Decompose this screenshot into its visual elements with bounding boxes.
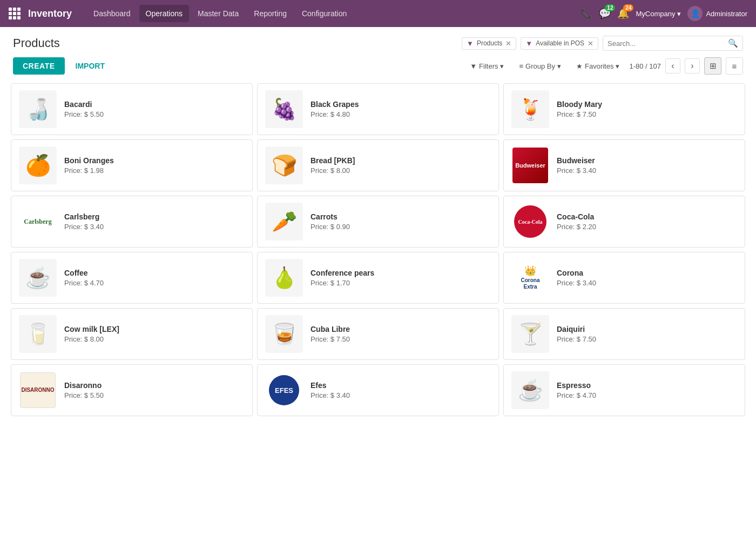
apps-grid-icon[interactable] xyxy=(9,8,21,19)
product-card[interactable]: 🍊 Boni Oranges Price: $ 1.98 xyxy=(11,139,253,191)
product-price: Price: $ 5.50 xyxy=(64,110,104,118)
product-info: Carlsberg Price: $ 3.40 xyxy=(64,212,104,231)
filter-funnel-icon: ▼ xyxy=(467,39,474,48)
product-image: 🍶 xyxy=(19,90,57,128)
product-name: Boni Oranges xyxy=(64,156,114,165)
favorites-chevron: ▾ xyxy=(616,62,619,70)
product-card[interactable]: 🥕 Carrots Price: $ 0.90 xyxy=(257,196,499,248)
activity-badge: 24 xyxy=(623,4,633,11)
product-price: Price: $ 2.20 xyxy=(557,223,596,231)
product-card[interactable]: 🍹 Bloody Mary Price: $ 7.50 xyxy=(503,83,745,135)
product-info: Carrots Price: $ 0.90 xyxy=(310,212,350,231)
nav-right: 📞 💬 12 🔔 24 MyCompany ▾ 👤 Administrator xyxy=(580,6,747,21)
user-menu[interactable]: 👤 Administrator xyxy=(687,6,747,21)
nav-reporting[interactable]: Reporting xyxy=(247,5,293,22)
group-by-button[interactable]: ≡ Group By ▾ xyxy=(514,59,566,74)
product-name: Disaronno xyxy=(64,381,104,390)
product-name: Daiquiri xyxy=(557,325,596,333)
nav-configuration[interactable]: Configuration xyxy=(295,5,353,22)
product-info: Boni Oranges Price: $ 1.98 xyxy=(64,156,114,175)
product-name: Coffee xyxy=(64,269,104,277)
pagination-info: 1-80 / 107 xyxy=(629,62,661,70)
product-name: Efes xyxy=(310,381,350,390)
product-card[interactable]: 👑CoronaExtra Corona Price: $ 3.40 xyxy=(503,252,745,304)
product-card[interactable]: 🍸 Daiquiri Price: $ 7.50 xyxy=(503,308,745,360)
product-name: Cow milk [LEX] xyxy=(64,325,119,333)
product-name: Carlsberg xyxy=(64,212,104,221)
product-image: ☕ xyxy=(511,371,549,409)
app-brand[interactable]: Inventory xyxy=(28,8,72,19)
group-by-icon: ≡ xyxy=(519,62,523,70)
product-price: Price: $ 1.70 xyxy=(310,279,374,287)
product-image: Budweiser xyxy=(511,146,549,184)
product-name: Conference pears xyxy=(310,269,374,277)
product-price: Price: $ 7.50 xyxy=(557,335,596,343)
prev-page-button[interactable]: ‹ xyxy=(665,58,680,74)
product-card[interactable]: Budweiser Budweiser Price: $ 3.40 xyxy=(503,139,745,191)
product-image: 🥛 xyxy=(19,315,57,353)
product-card[interactable]: 🥃 Cuba Libre Price: $ 7.50 xyxy=(257,308,499,360)
product-card[interactable]: Coca-Cola Coca-Cola Price: $ 2.20 xyxy=(503,196,745,248)
remove-products-filter[interactable]: ✕ xyxy=(505,39,511,48)
favorites-button[interactable]: ★ Favorites ▾ xyxy=(571,59,625,74)
product-card[interactable]: 🥛 Cow milk [LEX] Price: $ 8.00 xyxy=(11,308,253,360)
product-card[interactable]: 🍞 Bread [PKB] Price: $ 8.00 xyxy=(257,139,499,191)
product-image: 🍹 xyxy=(511,90,549,128)
product-card[interactable]: ☕ Coffee Price: $ 4.70 xyxy=(11,252,253,304)
product-card[interactable]: Carlsberg Carlsberg Price: $ 3.40 xyxy=(11,196,253,248)
search-input-wrap: 🔍 xyxy=(603,36,743,51)
messages-icon[interactable]: 💬 12 xyxy=(599,8,611,19)
toolbar: CREATE IMPORT ▼ Filters ▾ ≡ Group By ▾ ★… xyxy=(0,55,756,81)
product-info: Daiquiri Price: $ 7.50 xyxy=(557,325,596,343)
product-card[interactable]: 🍶 Bacardi Price: $ 5.50 xyxy=(11,83,253,135)
product-card[interactable]: 🍐 Conference pears Price: $ 1.70 xyxy=(257,252,499,304)
product-image: ☕ xyxy=(19,259,57,297)
product-card[interactable]: ☕ Espresso Price: $ 4.70 xyxy=(503,364,745,416)
product-name: Budweiser xyxy=(557,156,596,165)
product-card[interactable]: EFES Efes Price: $ 3.40 xyxy=(257,364,499,416)
import-button[interactable]: IMPORT xyxy=(69,57,111,75)
product-name: Bread [PKB] xyxy=(310,156,355,165)
product-image: 👑CoronaExtra xyxy=(511,259,549,297)
grid-view-button[interactable]: ⊞ xyxy=(704,57,721,75)
product-info: Cow milk [LEX] Price: $ 8.00 xyxy=(64,325,119,343)
top-navigation: Inventory Dashboard Operations Master Da… xyxy=(0,0,756,27)
company-selector[interactable]: MyCompany ▾ xyxy=(636,10,681,18)
filter-tag-products: ▼ Products ✕ xyxy=(462,37,516,50)
product-price: Price: $ 3.40 xyxy=(64,223,104,231)
messages-badge: 12 xyxy=(605,4,615,11)
product-info: Black Grapes Price: $ 4.80 xyxy=(310,100,359,118)
list-view-button[interactable]: ≡ xyxy=(726,57,743,75)
product-card[interactable]: DISARONNO Disaronno Price: $ 5.50 xyxy=(11,364,253,416)
product-price: Price: $ 7.50 xyxy=(310,335,350,343)
product-name: Coca-Cola xyxy=(557,212,596,221)
filters-button[interactable]: ▼ Filters ▾ xyxy=(464,59,509,74)
phone-icon[interactable]: 📞 xyxy=(580,8,592,19)
nav-dashboard[interactable]: Dashboard xyxy=(87,5,137,22)
create-button[interactable]: CREATE xyxy=(13,57,65,75)
product-image: Carlsberg xyxy=(19,203,57,241)
product-price: Price: $ 4.70 xyxy=(64,279,104,287)
product-info: Budweiser Price: $ 3.40 xyxy=(557,156,596,175)
product-info: Coca-Cola Price: $ 2.20 xyxy=(557,212,596,231)
filter-group: ▼ Filters ▾ ≡ Group By ▾ ★ Favorites ▾ xyxy=(464,59,625,74)
product-card[interactable]: 🍇 Black Grapes Price: $ 4.80 xyxy=(257,83,499,135)
product-price: Price: $ 1.98 xyxy=(64,166,114,175)
nav-operations[interactable]: Operations xyxy=(139,5,189,22)
product-image: 🍊 xyxy=(19,146,57,184)
product-name: Cuba Libre xyxy=(310,325,350,333)
star-icon: ★ xyxy=(576,62,583,70)
product-price: Price: $ 8.00 xyxy=(64,335,119,343)
search-input[interactable] xyxy=(608,39,728,48)
activity-icon[interactable]: 🔔 24 xyxy=(617,8,629,19)
nav-master-data[interactable]: Master Data xyxy=(191,5,245,22)
product-name: Bacardi xyxy=(64,100,104,109)
group-by-chevron: ▾ xyxy=(557,62,561,70)
search-icon[interactable]: 🔍 xyxy=(728,38,738,48)
product-image: 🍇 xyxy=(265,90,303,128)
next-page-button[interactable]: › xyxy=(685,58,700,74)
filters-chevron: ▾ xyxy=(500,62,504,70)
product-info: Bloody Mary Price: $ 7.50 xyxy=(557,100,602,118)
remove-pos-filter[interactable]: ✕ xyxy=(588,39,593,48)
filter-tag-pos: ▼ Available in POS ✕ xyxy=(521,37,598,50)
